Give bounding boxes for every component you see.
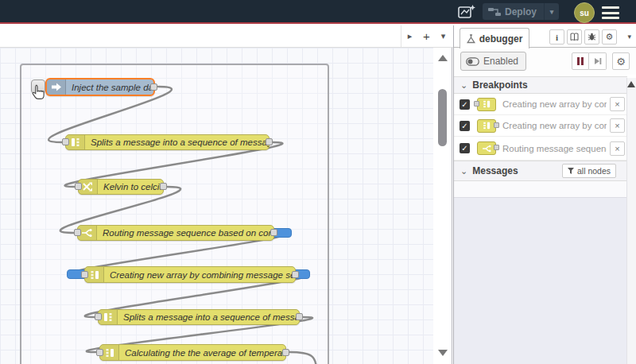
messages-title: Messages bbox=[472, 165, 518, 176]
add-flow-button[interactable]: + bbox=[418, 25, 435, 47]
canvas-divider bbox=[452, 48, 452, 364]
input-port[interactable] bbox=[75, 183, 82, 190]
message-filter-button[interactable]: all nodes bbox=[562, 164, 616, 178]
deploy-button[interactable]: Deploy ▾ bbox=[483, 3, 559, 20]
node-label: Creating new array by combining message … bbox=[104, 270, 295, 280]
node-label: Splits a message into a sequence of mess… bbox=[118, 312, 299, 322]
enabled-label: Enabled bbox=[483, 56, 518, 67]
input-port[interactable] bbox=[81, 271, 88, 278]
header-bar: Deploy ▾ su bbox=[0, 0, 636, 24]
remove-breakpoint-button[interactable]: × bbox=[610, 118, 625, 133]
filter-label: all nodes bbox=[577, 166, 611, 176]
menu-bar bbox=[602, 6, 619, 9]
user-avatar[interactable]: su bbox=[574, 2, 595, 23]
output-port[interactable] bbox=[266, 138, 273, 145]
flow-node-split[interactable]: Splits a message into a sequence of mess… bbox=[98, 309, 300, 325]
remove-breakpoint-button[interactable]: × bbox=[610, 97, 625, 111]
breakpoint-checkbox[interactable]: ✓ bbox=[460, 121, 470, 131]
debugger-enabled-toggle[interactable]: Enabled bbox=[460, 52, 526, 71]
messages-toolbar-strip bbox=[454, 181, 627, 198]
flow-export-icon bbox=[457, 4, 476, 20]
deploy-label: Deploy bbox=[505, 6, 544, 17]
output-port[interactable] bbox=[160, 183, 167, 190]
sidebar-panel: debugger i ⚙ ▾ bbox=[453, 25, 636, 364]
bug-icon bbox=[588, 33, 596, 41]
step-button[interactable] bbox=[589, 52, 607, 70]
debugger-toolbar: Enabled ⚙ bbox=[454, 48, 636, 75]
flow-node-change[interactable]: Kelvin to celcius bbox=[78, 179, 164, 195]
tab-label: debugger bbox=[479, 33, 523, 45]
remove-breakpoint-button[interactable]: × bbox=[610, 141, 625, 156]
flow-node-split[interactable]: Splits a message into a sequence of mess… bbox=[65, 134, 270, 150]
filter-funnel-icon bbox=[568, 168, 574, 174]
pause-button[interactable] bbox=[572, 52, 589, 70]
input-port[interactable] bbox=[62, 138, 69, 145]
flow-node-inject[interactable]: Inject the sample data bbox=[45, 78, 155, 96]
wire[interactable] bbox=[289, 352, 316, 364]
debugger-icon bbox=[467, 34, 475, 44]
breakpoint-label: Routing message sequence based on condit… bbox=[502, 144, 607, 153]
hand-cursor bbox=[29, 84, 45, 103]
node-red-window: Deploy ▾ su ▸ + ▾ bbox=[0, 0, 636, 364]
step-icon bbox=[594, 57, 602, 65]
flow-node-join[interactable]: Creating new array by combining message … bbox=[84, 266, 296, 283]
deploy-options-caret[interactable]: ▾ bbox=[545, 8, 559, 16]
node-label: Calculating the the average of temperatu… bbox=[119, 348, 285, 358]
breakpoint-row[interactable]: ✓ Routing message sequence based on cond… bbox=[454, 137, 627, 161]
input-port[interactable] bbox=[74, 229, 81, 236]
flow-list-button[interactable]: ▾ bbox=[435, 25, 452, 47]
node-label: Routing message sequence based on condit… bbox=[97, 228, 273, 238]
pause-icon bbox=[577, 57, 580, 65]
switch-node-mini-icon bbox=[477, 141, 496, 155]
node-label: Inject the sample data bbox=[66, 83, 153, 92]
help-tab-button[interactable] bbox=[567, 29, 582, 45]
book-icon bbox=[570, 33, 579, 41]
sidebar-scrollbar bbox=[626, 78, 636, 364]
collapse-chevron-icon: ⌄ bbox=[460, 166, 467, 176]
join-node-mini-icon bbox=[477, 98, 496, 111]
inject-icon bbox=[47, 79, 66, 95]
breakpoint-checkbox[interactable]: ✓ bbox=[460, 99, 470, 110]
sidebar-options-caret[interactable]: ▾ bbox=[627, 33, 631, 41]
scrollbar-thumb[interactable] bbox=[438, 89, 447, 146]
node-label: Kelvin to celcius bbox=[98, 182, 163, 192]
export-flow-button[interactable] bbox=[456, 3, 478, 21]
breakpoint-label: Creating new array by combining message … bbox=[502, 121, 607, 130]
tab-debugger[interactable]: debugger bbox=[460, 28, 529, 48]
menu-bar bbox=[602, 12, 619, 14]
config-tab-button[interactable]: ⚙ bbox=[602, 29, 617, 45]
canvas-scrollbar bbox=[433, 48, 452, 364]
flow-canvas[interactable]: Inject the sample data Splits a message … bbox=[0, 48, 453, 364]
output-port[interactable] bbox=[270, 229, 277, 236]
breakpoints-section-header[interactable]: ⌄ Breakpoints bbox=[454, 76, 627, 94]
sidebar-scroll-up-arrow[interactable] bbox=[627, 81, 635, 87]
sidebar-tabbar: debugger i ⚙ ▾ bbox=[454, 25, 636, 48]
breakpoint-row[interactable]: ✓ Creating new array by combining messag… bbox=[454, 94, 627, 115]
input-port[interactable] bbox=[95, 313, 102, 320]
tab-scroll-right-button[interactable]: ▸ bbox=[401, 25, 418, 47]
debugger-settings-button[interactable]: ⚙ bbox=[612, 52, 630, 70]
input-port[interactable] bbox=[96, 349, 103, 356]
output-port[interactable] bbox=[292, 271, 299, 278]
join-node-mini-icon bbox=[477, 119, 496, 133]
flow-node-switch[interactable]: Routing message sequence based on condit… bbox=[77, 225, 274, 241]
output-port[interactable] bbox=[150, 83, 157, 91]
breakpoint-row[interactable]: ✓ Creating new array by combining messag… bbox=[454, 115, 627, 137]
breakpoint-label: Creating new array by combining message … bbox=[502, 99, 607, 109]
scroll-up-arrow[interactable] bbox=[438, 55, 448, 61]
output-port[interactable] bbox=[296, 313, 303, 320]
menu-bar bbox=[602, 17, 619, 19]
messages-section-header[interactable]: ⌄ Messages all nodes bbox=[454, 161, 627, 181]
scroll-down-arrow[interactable] bbox=[438, 350, 448, 356]
collapse-chevron-icon: ⌄ bbox=[460, 80, 467, 91]
breakpoints-title: Breakpoints bbox=[472, 79, 527, 91]
info-tab-button[interactable]: i bbox=[549, 29, 564, 45]
breakpoint-checkbox[interactable]: ✓ bbox=[460, 143, 470, 153]
workspace-tabbar: ▸ + ▾ bbox=[0, 25, 453, 48]
main-menu-button[interactable] bbox=[602, 6, 619, 19]
output-port[interactable] bbox=[282, 349, 289, 356]
flow-node-join[interactable]: Calculating the the average of temperatu… bbox=[99, 344, 286, 361]
toggle-icon bbox=[466, 57, 479, 66]
messages-empty-area bbox=[454, 198, 627, 364]
debug-tab-button[interactable] bbox=[584, 29, 599, 45]
